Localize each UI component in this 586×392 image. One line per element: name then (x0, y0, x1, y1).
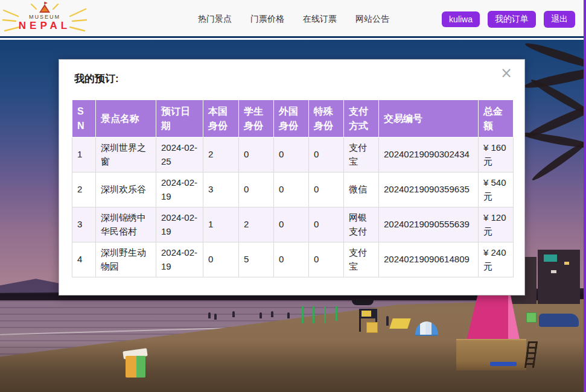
nav-item-site-announcements[interactable]: 网站公告 (355, 14, 389, 25)
beach-person (232, 311, 235, 317)
trash-bin-yellow (366, 322, 378, 333)
table-cell: 20240219090359635 (379, 172, 479, 207)
table-cell: 20240219090614809 (379, 242, 479, 277)
green-pole (313, 306, 314, 323)
table-cell: ¥ 240 元 (479, 242, 514, 277)
building-window (551, 270, 556, 273)
beach-person (386, 316, 389, 326)
table-cell: 0 (239, 138, 274, 172)
chair-sign (361, 311, 371, 317)
close-icon[interactable]: × (500, 66, 512, 80)
beach-person (214, 314, 217, 320)
table-cell: 支付宝 (344, 242, 379, 277)
beach-person (287, 312, 290, 318)
page-scrollbar[interactable] (584, 0, 586, 392)
column-header: SN (72, 100, 96, 138)
table-cell: 4 (72, 242, 96, 277)
table-cell: 0 (239, 172, 274, 207)
green-pole (324, 306, 326, 323)
top-header: MUSEUM NEPAL 热门景点 门票价格 在线订票 网站公告 kuliwa … (0, 0, 584, 38)
table-cell: 2 (203, 138, 239, 172)
green-pole (336, 306, 337, 321)
column-header: 特殊身份 (309, 100, 344, 138)
table-cell: 0 (274, 207, 309, 242)
table-cell: 3 (203, 172, 239, 207)
beach-person (260, 312, 262, 318)
column-header: 支付方式 (344, 100, 379, 138)
table-cell: 1 (72, 138, 96, 172)
column-header: 学生身份 (239, 100, 274, 138)
column-header: 本国身份 (203, 100, 239, 138)
blue-tarp (539, 314, 579, 327)
table-row: 3深圳锦绣中华民俗村2024-02-191200网银支付202402190905… (72, 207, 514, 242)
bookings-table-head: SN景点名称预订日期本国身份学生身份外国身份特殊身份支付方式交易编号总金额 (72, 100, 514, 138)
table-cell: 0 (309, 207, 344, 242)
table-cell: 0 (309, 242, 344, 277)
nav-item-ticket-prices[interactable]: 门票价格 (250, 14, 284, 25)
logo-graphic: MUSEUM NEPAL (2, 2, 87, 36)
nav-item-online-booking[interactable]: 在线订票 (303, 14, 337, 25)
bookings-table-body: 1深圳世界之窗2024-02-252000支付宝2024021909030243… (72, 138, 514, 277)
table-cell: ¥ 540 元 (479, 172, 514, 207)
table-cell: 0 (274, 242, 309, 277)
building-window (564, 262, 569, 265)
table-cell: 0 (309, 172, 344, 207)
column-header: 外国身份 (274, 100, 309, 138)
boat-silhouette (352, 300, 374, 305)
nav-item-hot-attractions[interactable]: 热门景点 (198, 14, 232, 25)
trash-bin-green (526, 312, 537, 323)
table-cell: 0 (274, 172, 309, 207)
palm-frond (530, 139, 584, 183)
column-header: 总金额 (479, 100, 514, 138)
logout-button[interactable]: 退出 (544, 11, 575, 28)
table-row: 4深圳野生动物园2024-02-190500支付宝202402190906148… (72, 242, 514, 277)
table-cell: 微信 (344, 172, 379, 207)
auth-buttons: kuliwa 我的订单 退出 (442, 0, 575, 38)
table-cell: 20240219090555639 (379, 207, 479, 242)
table-cell: 网银支付 (344, 207, 379, 242)
beach-person (271, 311, 273, 317)
table-cell: 20240219090302434 (379, 138, 479, 172)
table-cell: ¥ 120 元 (479, 207, 514, 242)
my-orders-button[interactable]: 我的订单 (488, 11, 536, 28)
table-cell: 0 (274, 138, 309, 172)
table-cell: 3 (72, 207, 96, 242)
museum-nepal-logo[interactable]: MUSEUM NEPAL (2, 2, 87, 36)
username-button[interactable]: kuliwa (442, 11, 480, 27)
table-header-row: SN景点名称预订日期本国身份学生身份外国身份特殊身份支付方式交易编号总金额 (72, 100, 514, 138)
table-cell: 深圳欢乐谷 (96, 172, 156, 207)
table-cell: 深圳世界之窗 (96, 138, 156, 172)
table-cell: 2024-02-19 (156, 172, 203, 207)
yellow-sign-board (389, 318, 411, 329)
my-bookings-modal: 我的预订: × SN景点名称预订日期本国身份学生身份外国身份特殊身份支付方式交易… (59, 59, 525, 296)
table-cell: 支付宝 (344, 138, 379, 172)
blue-bench (490, 362, 517, 366)
table-cell: ¥ 160 元 (479, 138, 514, 172)
table-cell: 2024-02-19 (156, 207, 203, 242)
main-navigation: 热门景点 门票价格 在线订票 网站公告 (198, 0, 389, 38)
logo-museum-text: MUSEUM (29, 14, 60, 20)
palm-frond (524, 40, 584, 72)
palm-frond (523, 65, 584, 92)
beach-person (208, 312, 211, 318)
modal-title: 我的预订: (74, 72, 119, 86)
green-pole (302, 306, 304, 323)
column-header: 预订日期 (156, 100, 203, 138)
table-row: 1深圳世界之窗2024-02-252000支付宝2024021909030243… (72, 138, 514, 172)
trash-bin-yellow-green (126, 356, 145, 378)
bookings-table: SN景点名称预订日期本国身份学生身份外国身份特殊身份支付方式交易编号总金额 1深… (72, 100, 514, 277)
table-cell: 2024-02-25 (156, 138, 203, 172)
table-cell: 0 (203, 242, 239, 277)
temple-icon (39, 2, 50, 13)
column-header: 景点名称 (96, 100, 156, 138)
column-header: 交易编号 (379, 100, 479, 138)
table-cell: 5 (239, 242, 274, 277)
table-cell: 1 (203, 207, 239, 242)
table-cell: 深圳锦绣中华民俗村 (96, 207, 156, 242)
table-cell: 2 (72, 172, 96, 207)
building-window (544, 254, 557, 262)
logo-nepal-text: NEPAL (19, 20, 71, 31)
table-cell: 2024-02-19 (156, 242, 203, 277)
table-row: 2深圳欢乐谷2024-02-193000微信20240219090359635¥… (72, 172, 514, 207)
table-cell: 0 (309, 138, 344, 172)
